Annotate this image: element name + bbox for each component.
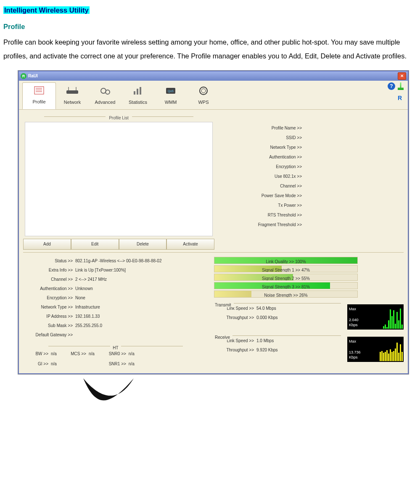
status-row: IP Address >>192.168.1.33 xyxy=(23,312,208,321)
profile-icon xyxy=(23,84,55,96)
tab-wmm[interactable]: QoS WMM xyxy=(154,83,187,109)
watermark-icon xyxy=(79,374,138,412)
svg-rect-9 xyxy=(134,91,135,95)
receive-label: Receive xyxy=(215,332,341,336)
status-row: Status >>802.11g-AP -Wireless <--> 00-E0… xyxy=(23,257,208,265)
router-icon xyxy=(56,85,89,97)
status-row: Channel >>2 <--> 2417 MHz xyxy=(23,275,208,284)
window-title: RaUI xyxy=(28,72,38,80)
profile-details: Profile Name >> SSID >> Network Type >> … xyxy=(214,112,404,250)
tab-network[interactable]: Network xyxy=(56,83,89,109)
signal-panel: Link Quality >> 100% Signal Strength 1 >… xyxy=(214,257,404,369)
signal3-bar: Signal Strength 3 >> 81% xyxy=(214,283,357,289)
svg-point-8 xyxy=(106,90,110,94)
link-quality-bar: Link Quality >> 100% xyxy=(214,258,357,264)
upper-panel: Profile List Add Edit Delete Activate Pr… xyxy=(19,110,408,251)
app-icon: R xyxy=(21,73,26,79)
svg-text:QoS: QoS xyxy=(168,90,174,93)
app-window: R RaUI ✕ Profile Network xyxy=(18,71,409,374)
status-row: Authentication >>Unknown xyxy=(23,285,208,293)
svg-rect-4 xyxy=(66,90,78,94)
status-row: Sub Mask >>255.255.255.0 xyxy=(23,322,208,330)
toolbar: Profile Network Advanced Statistics xyxy=(19,81,408,110)
status-row: Default Gateway >> xyxy=(23,331,208,339)
body-text: Profile can book keeping your favorite w… xyxy=(3,35,420,63)
noise-bar: Noise Strength >> 26% xyxy=(214,291,357,298)
wps-icon xyxy=(187,85,220,97)
tab-wps[interactable]: WPS xyxy=(187,83,220,109)
tab-advanced[interactable]: Advanced xyxy=(89,83,122,109)
activate-button[interactable]: Activate xyxy=(166,239,214,250)
svg-rect-11 xyxy=(140,87,141,95)
transmit-label: Transmit xyxy=(215,300,341,303)
screenshot-container: R RaUI ✕ Profile Network xyxy=(3,71,420,412)
delete-button[interactable]: Delete xyxy=(119,239,167,250)
edit-button[interactable]: Edit xyxy=(71,239,119,250)
stats-icon xyxy=(122,85,154,97)
titlebar: R RaUI ✕ xyxy=(19,71,408,81)
close-icon[interactable]: ✕ xyxy=(398,72,406,80)
tab-statistics[interactable]: Statistics xyxy=(122,83,154,109)
wmm-icon: QoS xyxy=(154,85,187,97)
signal2-bar: Signal Strength 2 >> 55% xyxy=(214,274,357,281)
profile-list[interactable] xyxy=(25,122,213,236)
signal1-bar: Signal Strength 1 >> 47% xyxy=(214,266,357,272)
gears-icon xyxy=(89,85,122,97)
section-heading: Profile xyxy=(3,20,420,34)
svg-rect-0 xyxy=(34,87,44,94)
profile-list-label: Profile List xyxy=(44,112,193,117)
doc-title: Intelligent Wireless Utility xyxy=(3,6,90,14)
transmit-graph: Max 2.040 Kbps xyxy=(347,304,404,330)
tab-profile[interactable]: Profile xyxy=(22,82,56,109)
receive-graph: Max 13.736 Kbps xyxy=(347,337,404,362)
status-row: Encryption >>None xyxy=(23,294,208,302)
status-panel: Status >>802.11g-AP -Wireless <--> 00-E0… xyxy=(23,257,208,369)
help-icon[interactable]: ? xyxy=(388,82,395,90)
signal-icon xyxy=(398,82,404,90)
add-button[interactable]: Add xyxy=(23,239,71,250)
svg-rect-10 xyxy=(137,89,138,95)
svg-point-14 xyxy=(200,87,207,95)
ht-label: HT xyxy=(48,343,183,346)
status-row: Network Type >>Infrastructure xyxy=(23,303,208,311)
status-row: Extra Info >>Link is Up [TxPower:100%] xyxy=(23,266,208,274)
brand-icon: R xyxy=(396,94,404,102)
